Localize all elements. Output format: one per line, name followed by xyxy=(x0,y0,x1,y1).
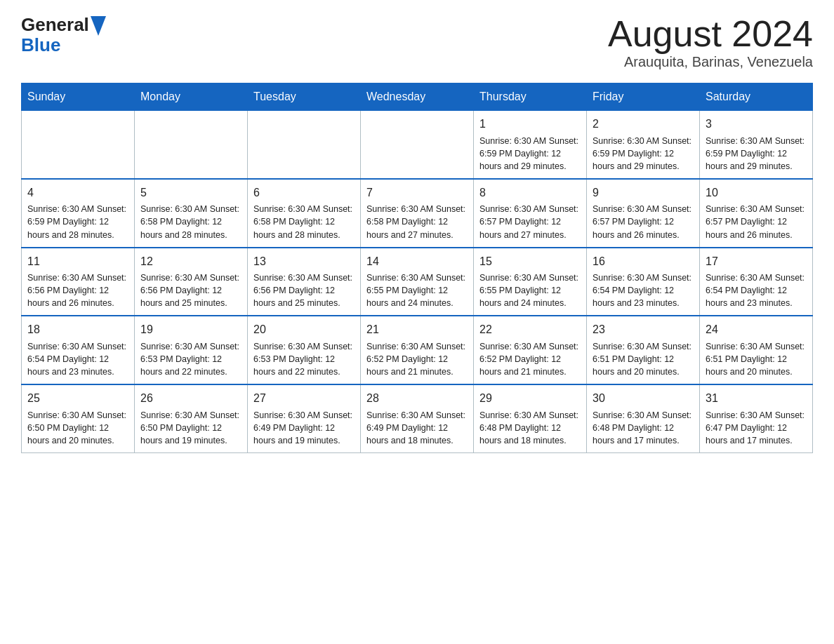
day-number: 23 xyxy=(593,322,694,337)
day-info: Sunrise: 6:30 AM Sunset: 6:49 PM Dayligh… xyxy=(253,409,355,447)
day-info: Sunrise: 6:30 AM Sunset: 6:53 PM Dayligh… xyxy=(253,340,355,378)
table-row: 16Sunrise: 6:30 AM Sunset: 6:54 PM Dayli… xyxy=(587,248,700,316)
day-number: 11 xyxy=(27,254,128,269)
table-row: 3Sunrise: 6:30 AM Sunset: 6:59 PM Daylig… xyxy=(700,111,813,179)
day-info: Sunrise: 6:30 AM Sunset: 6:53 PM Dayligh… xyxy=(140,340,241,378)
column-header-monday: Monday xyxy=(135,83,248,111)
table-row: 12Sunrise: 6:30 AM Sunset: 6:56 PM Dayli… xyxy=(135,248,248,316)
day-info: Sunrise: 6:30 AM Sunset: 6:59 PM Dayligh… xyxy=(706,135,807,173)
day-info: Sunrise: 6:30 AM Sunset: 6:54 PM Dayligh… xyxy=(27,340,128,378)
day-info: Sunrise: 6:30 AM Sunset: 6:58 PM Dayligh… xyxy=(140,203,241,241)
day-info: Sunrise: 6:30 AM Sunset: 6:52 PM Dayligh… xyxy=(479,340,581,378)
table-row: 28Sunrise: 6:30 AM Sunset: 6:49 PM Dayli… xyxy=(361,384,474,452)
calendar-week-row: 25Sunrise: 6:30 AM Sunset: 6:50 PM Dayli… xyxy=(22,384,813,452)
table-row: 21Sunrise: 6:30 AM Sunset: 6:52 PM Dayli… xyxy=(361,316,474,384)
day-info: Sunrise: 6:30 AM Sunset: 6:57 PM Dayligh… xyxy=(593,203,694,241)
day-number: 3 xyxy=(706,116,807,132)
day-number: 17 xyxy=(706,254,807,269)
day-info: Sunrise: 6:30 AM Sunset: 6:56 PM Dayligh… xyxy=(140,271,241,309)
day-info: Sunrise: 6:30 AM Sunset: 6:51 PM Dayligh… xyxy=(593,340,694,378)
table-row: 9Sunrise: 6:30 AM Sunset: 6:57 PM Daylig… xyxy=(587,179,700,248)
day-info: Sunrise: 6:30 AM Sunset: 6:48 PM Dayligh… xyxy=(593,409,694,447)
day-number: 22 xyxy=(479,322,581,337)
day-info: Sunrise: 6:30 AM Sunset: 6:57 PM Dayligh… xyxy=(706,203,807,241)
month-title: August 2024 xyxy=(608,14,813,54)
table-row: 20Sunrise: 6:30 AM Sunset: 6:53 PM Dayli… xyxy=(248,316,361,384)
table-row: 27Sunrise: 6:30 AM Sunset: 6:49 PM Dayli… xyxy=(248,384,361,452)
day-number: 12 xyxy=(140,254,241,269)
table-row xyxy=(135,111,248,179)
logo-line1: General xyxy=(21,14,106,36)
calendar-table: SundayMondayTuesdayWednesdayThursdayFrid… xyxy=(21,83,813,453)
day-number: 13 xyxy=(253,254,355,269)
table-row xyxy=(248,111,361,179)
table-row: 26Sunrise: 6:30 AM Sunset: 6:50 PM Dayli… xyxy=(135,384,248,452)
table-row: 7Sunrise: 6:30 AM Sunset: 6:58 PM Daylig… xyxy=(361,179,474,248)
column-header-saturday: Saturday xyxy=(700,83,813,111)
day-number: 21 xyxy=(366,322,468,337)
day-info: Sunrise: 6:30 AM Sunset: 6:59 PM Dayligh… xyxy=(593,135,694,173)
day-info: Sunrise: 6:30 AM Sunset: 6:48 PM Dayligh… xyxy=(479,409,581,447)
day-info: Sunrise: 6:30 AM Sunset: 6:58 PM Dayligh… xyxy=(366,203,468,241)
table-row: 6Sunrise: 6:30 AM Sunset: 6:58 PM Daylig… xyxy=(248,179,361,248)
column-header-wednesday: Wednesday xyxy=(361,83,474,111)
day-info: Sunrise: 6:30 AM Sunset: 6:59 PM Dayligh… xyxy=(27,203,128,241)
calendar-week-row: 1Sunrise: 6:30 AM Sunset: 6:59 PM Daylig… xyxy=(22,111,813,179)
day-number: 30 xyxy=(593,391,694,406)
day-number: 28 xyxy=(366,391,468,406)
table-row: 14Sunrise: 6:30 AM Sunset: 6:55 PM Dayli… xyxy=(361,248,474,316)
day-number: 6 xyxy=(253,185,355,201)
day-number: 7 xyxy=(366,185,468,201)
day-number: 8 xyxy=(479,185,581,201)
location-subtitle: Arauquita, Barinas, Venezuela xyxy=(608,54,813,70)
day-number: 15 xyxy=(479,254,581,269)
column-header-sunday: Sunday xyxy=(22,83,135,111)
title-area: August 2024 Arauquita, Barinas, Venezuel… xyxy=(608,14,813,70)
day-info: Sunrise: 6:30 AM Sunset: 6:51 PM Dayligh… xyxy=(706,340,807,378)
day-info: Sunrise: 6:30 AM Sunset: 6:59 PM Dayligh… xyxy=(479,135,581,173)
table-row: 30Sunrise: 6:30 AM Sunset: 6:48 PM Dayli… xyxy=(587,384,700,452)
day-number: 16 xyxy=(593,254,694,269)
day-info: Sunrise: 6:30 AM Sunset: 6:56 PM Dayligh… xyxy=(253,271,355,309)
day-info: Sunrise: 6:30 AM Sunset: 6:54 PM Dayligh… xyxy=(593,271,694,309)
day-number: 29 xyxy=(479,391,581,406)
day-info: Sunrise: 6:30 AM Sunset: 6:55 PM Dayligh… xyxy=(366,271,468,309)
calendar-week-row: 18Sunrise: 6:30 AM Sunset: 6:54 PM Dayli… xyxy=(22,316,813,384)
calendar-week-row: 11Sunrise: 6:30 AM Sunset: 6:56 PM Dayli… xyxy=(22,248,813,316)
day-number: 18 xyxy=(27,322,128,337)
logo-blue-text: Blue xyxy=(21,36,106,54)
table-row: 15Sunrise: 6:30 AM Sunset: 6:55 PM Dayli… xyxy=(474,248,587,316)
day-number: 5 xyxy=(140,185,241,201)
calendar-week-row: 4Sunrise: 6:30 AM Sunset: 6:59 PM Daylig… xyxy=(22,179,813,248)
table-row: 29Sunrise: 6:30 AM Sunset: 6:48 PM Dayli… xyxy=(474,384,587,452)
day-number: 24 xyxy=(706,322,807,337)
table-row: 13Sunrise: 6:30 AM Sunset: 6:56 PM Dayli… xyxy=(248,248,361,316)
day-info: Sunrise: 6:30 AM Sunset: 6:47 PM Dayligh… xyxy=(706,409,807,447)
logo-general-text: General xyxy=(21,14,89,36)
table-row: 1Sunrise: 6:30 AM Sunset: 6:59 PM Daylig… xyxy=(474,111,587,179)
table-row: 11Sunrise: 6:30 AM Sunset: 6:56 PM Dayli… xyxy=(22,248,135,316)
table-row: 24Sunrise: 6:30 AM Sunset: 6:51 PM Dayli… xyxy=(700,316,813,384)
table-row: 8Sunrise: 6:30 AM Sunset: 6:57 PM Daylig… xyxy=(474,179,587,248)
day-number: 4 xyxy=(27,185,128,201)
column-header-friday: Friday xyxy=(587,83,700,111)
table-row: 2Sunrise: 6:30 AM Sunset: 6:59 PM Daylig… xyxy=(587,111,700,179)
table-row: 10Sunrise: 6:30 AM Sunset: 6:57 PM Dayli… xyxy=(700,179,813,248)
day-number: 27 xyxy=(253,391,355,406)
table-row: 23Sunrise: 6:30 AM Sunset: 6:51 PM Dayli… xyxy=(587,316,700,384)
day-number: 2 xyxy=(593,116,694,132)
day-info: Sunrise: 6:30 AM Sunset: 6:52 PM Dayligh… xyxy=(366,340,468,378)
column-header-thursday: Thursday xyxy=(474,83,587,111)
day-number: 25 xyxy=(27,391,128,406)
day-info: Sunrise: 6:30 AM Sunset: 6:58 PM Dayligh… xyxy=(253,203,355,241)
table-row: 4Sunrise: 6:30 AM Sunset: 6:59 PM Daylig… xyxy=(22,179,135,248)
calendar-header-row: SundayMondayTuesdayWednesdayThursdayFrid… xyxy=(22,83,813,111)
day-info: Sunrise: 6:30 AM Sunset: 6:50 PM Dayligh… xyxy=(140,409,241,447)
table-row: 31Sunrise: 6:30 AM Sunset: 6:47 PM Dayli… xyxy=(700,384,813,452)
logo-container: General Blue xyxy=(21,14,106,54)
table-row: 18Sunrise: 6:30 AM Sunset: 6:54 PM Dayli… xyxy=(22,316,135,384)
day-info: Sunrise: 6:30 AM Sunset: 6:54 PM Dayligh… xyxy=(706,271,807,309)
table-row xyxy=(22,111,135,179)
day-number: 14 xyxy=(366,254,468,269)
day-number: 31 xyxy=(706,391,807,406)
